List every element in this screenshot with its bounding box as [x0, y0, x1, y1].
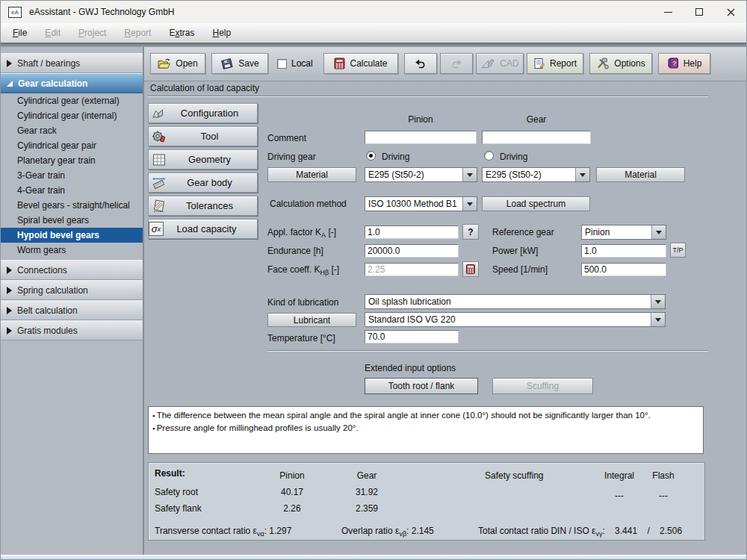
- help-button[interactable]: ? Help: [658, 53, 710, 74]
- sidebar-section-shaft-bearings[interactable]: Shaft / bearings: [1, 53, 143, 73]
- gear-body-button[interactable]: Gear body: [148, 172, 258, 193]
- menu-project: Project: [69, 25, 115, 40]
- lubrication-dropdown[interactable]: Oil splash lubrication: [365, 294, 666, 309]
- report-icon: [533, 57, 545, 69]
- load-spectrum-button[interactable]: Load spectrum: [482, 196, 590, 211]
- redo-icon: [450, 59, 462, 69]
- result-panel: Result: Pinion Gear Safety scuffing Inte…: [148, 462, 705, 541]
- page-title: Calculation of load capacity: [150, 83, 259, 93]
- sidebar-section-gear-calculation[interactable]: Gear calculation: [1, 73, 143, 93]
- endurance-input[interactable]: [365, 244, 459, 258]
- speed-input[interactable]: [581, 263, 666, 276]
- safety-root-label: Safety root: [155, 487, 198, 497]
- temperature-input[interactable]: [365, 330, 459, 343]
- chevron-expanded-icon: [7, 81, 13, 87]
- material-pinion-dropdown[interactable]: E295 (St50-2): [365, 167, 477, 182]
- geometry-button[interactable]: Geometry: [148, 149, 258, 169]
- configuration-button[interactable]: Configuration: [148, 103, 258, 123]
- transverse-contact-ratio: Transverse contact ratio εvα: 1.297: [155, 526, 291, 538]
- sidebar-section-connections[interactable]: Connections: [1, 260, 143, 280]
- safety-root-gear-value: 31.92: [344, 487, 389, 497]
- title-bar: eA eAssistant - GWJ Technology GmbH: [1, 1, 746, 23]
- material-gear-button[interactable]: Material: [596, 167, 685, 182]
- reference-gear-dropdown[interactable]: Pinion: [581, 225, 666, 240]
- save-icon: [220, 58, 234, 69]
- sidebar-item-planetary-gear-train[interactable]: Planetary gear train: [1, 153, 143, 168]
- safety-flank-pinion-value: 2.26: [268, 503, 316, 514]
- gear-column-header: Gear: [482, 114, 591, 125]
- lubrication-label: Kind of lubrication: [267, 297, 338, 308]
- local-checkbox[interactable]: [277, 59, 287, 69]
- sidebar-section-belt-calculation[interactable]: Belt calculation: [1, 300, 143, 320]
- driving-gear-radio[interactable]: [484, 151, 494, 161]
- close-icon[interactable]: [715, 1, 746, 23]
- appl-factor-help-button[interactable]: ?: [462, 224, 479, 240]
- chevron-down-icon: [651, 295, 665, 308]
- chevron-right-icon: [7, 327, 12, 335]
- comment-gear-input[interactable]: [482, 131, 591, 144]
- window-title: eAssistant - GWJ Technology GmbH: [29, 7, 175, 17]
- result-col-integral: Integral: [597, 470, 642, 481]
- menu-extras[interactable]: Extras: [160, 25, 203, 40]
- comment-pinion-input[interactable]: [365, 131, 477, 144]
- maximize-icon[interactable]: [684, 1, 715, 23]
- chevron-right-icon: [7, 287, 12, 294]
- driving-pinion-radio[interactable]: [366, 151, 376, 161]
- chevron-down-icon: [462, 168, 477, 181]
- window-bottom-frame: [1, 555, 746, 560]
- sidebar-item-3-gear-train[interactable]: 3-Gear train: [1, 168, 143, 183]
- driving-gear-radio-label[interactable]: Driving: [500, 152, 527, 162]
- tooth-root-flank-button[interactable]: Tooth root / flank: [365, 378, 478, 394]
- chevron-right-icon: [7, 60, 12, 67]
- sidebar-item-bevel-gears-straight-helical[interactable]: Bevel gears - straight/helical: [1, 198, 143, 213]
- lubricant-button[interactable]: Lubricant: [267, 313, 356, 327]
- calculation-method-dropdown[interactable]: ISO 10300 Method B1: [365, 196, 477, 211]
- sidebar-item-hypoid-bevel-gears[interactable]: Hypoid bevel gears: [1, 228, 143, 243]
- report-button[interactable]: Report: [527, 53, 583, 74]
- face-coeff-calculator-button[interactable]: [462, 261, 479, 277]
- sidebar-item-cylindrical-gear-pair[interactable]: Cylindrical gear pair: [1, 138, 143, 153]
- undo-button[interactable]: [404, 53, 437, 74]
- face-coeff-input: [365, 263, 459, 276]
- options-button[interactable]: Options: [589, 53, 652, 74]
- load-capacity-button[interactable]: σx Load capacity: [148, 219, 258, 239]
- help-book-icon: ?: [667, 57, 679, 69]
- material-pinion-button[interactable]: Material: [267, 167, 356, 182]
- tool-button[interactable]: Tool: [148, 126, 258, 146]
- safety-flank-gear-value: 2.359: [344, 503, 389, 514]
- sidebar-item-worm-gears[interactable]: Worm gears: [1, 243, 143, 258]
- cad-icon: [480, 58, 495, 69]
- result-col-gear: Gear: [344, 470, 389, 481]
- main-panel: Open Save Local: [144, 47, 746, 555]
- sidebar-item-gear-rack[interactable]: Gear rack: [1, 123, 143, 138]
- driving-pinion-radio-label[interactable]: Driving: [382, 152, 409, 162]
- speed-label: Speed [1/min]: [492, 264, 548, 275]
- redo-button: [440, 53, 473, 74]
- note-line: The difference between the mean spiral a…: [152, 409, 699, 422]
- chevron-down-icon: [651, 313, 665, 326]
- appl-factor-input[interactable]: [365, 225, 459, 239]
- sidebar-section-gratis-modules[interactable]: Gratis modules: [1, 320, 143, 340]
- sidebar-item-spiral-bevel-gears[interactable]: Spiral bevel gears: [1, 213, 143, 228]
- sidebar-item-4-gear-train[interactable]: 4-Gear train: [1, 183, 143, 198]
- toolbar: Open Save Local: [144, 47, 746, 81]
- sidebar-item-cylindrical-gear-external[interactable]: Cylindrical gear (external): [1, 93, 143, 108]
- sidebar-item-cylindrical-gear-internal[interactable]: Cylindrical gear (internal): [1, 108, 143, 123]
- menu-help[interactable]: Help: [203, 25, 240, 40]
- open-button[interactable]: Open: [150, 53, 205, 74]
- save-button[interactable]: Save: [211, 53, 268, 74]
- lubricant-dropdown[interactable]: Standard ISO VG 220: [365, 312, 666, 327]
- calculate-button[interactable]: Calculate: [323, 53, 398, 74]
- configuration-icon: [149, 107, 170, 120]
- menu-file[interactable]: File: [4, 25, 36, 40]
- menu-edit: Edit: [36, 25, 69, 40]
- result-col-flash: Flash: [643, 470, 684, 481]
- torque-power-toggle-button[interactable]: T/P: [670, 243, 686, 258]
- chevron-down-icon: [575, 168, 589, 181]
- material-gear-dropdown[interactable]: E295 (St50-2): [482, 167, 590, 182]
- sidebar-section-spring-calculation[interactable]: Spring calculation: [1, 280, 143, 300]
- power-input[interactable]: [581, 244, 666, 258]
- result-col-pinion: Pinion: [268, 470, 316, 481]
- minimize-icon[interactable]: [652, 1, 684, 23]
- tolerances-button[interactable]: Tolerances: [148, 196, 258, 216]
